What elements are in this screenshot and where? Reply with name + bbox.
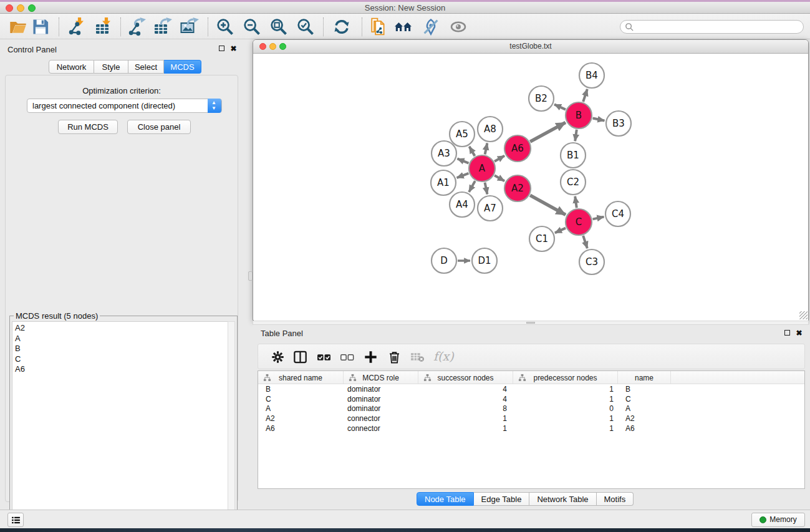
table-cell[interactable]: C [618, 394, 671, 404]
table-row[interactable]: Bdominator41B [258, 384, 804, 394]
graph-node-C3[interactable]: C3 [579, 249, 604, 274]
table-cell[interactable]: A2 [258, 414, 344, 423]
graph-edge-C-C1[interactable] [555, 228, 566, 233]
tab-select[interactable]: Select [128, 60, 164, 74]
graph-edge-A-A2[interactable] [494, 175, 504, 181]
table-rows[interactable]: Bdominator41BCdominator41CAdominator80AA… [258, 384, 804, 433]
run-mcds-button[interactable]: Run MCDS [58, 120, 118, 134]
table-cell[interactable]: B [618, 384, 671, 394]
zoom-fit-icon[interactable] [269, 17, 288, 36]
open-session-icon[interactable] [9, 17, 27, 36]
trash-icon[interactable] [387, 350, 402, 364]
result-list-item[interactable]: A [15, 334, 228, 344]
graph-edge-C-C4[interactable] [593, 217, 604, 220]
graph-edge-B-B3[interactable] [593, 118, 605, 121]
close-panel-icon[interactable]: ✖ [229, 45, 238, 53]
tab-node-table[interactable]: Node Table [417, 492, 474, 506]
result-list-item[interactable]: A2 [15, 323, 228, 334]
graph-edge-C-C3[interactable] [583, 236, 587, 248]
column-header-predecessor-nodes[interactable]: predecessor nodes [513, 371, 618, 384]
import-network-icon[interactable] [67, 17, 85, 36]
table-cell[interactable]: 1 [513, 394, 618, 404]
search-field[interactable] [620, 20, 804, 34]
network-window-titlebar[interactable]: testGlobe.txt [253, 40, 808, 54]
graph-edge-A-A3[interactable] [457, 158, 468, 163]
memory-button[interactable]: Memory [751, 513, 805, 527]
column-header-successor-nodes[interactable]: successor nodes [418, 371, 513, 384]
graph-node-C2[interactable]: C2 [561, 170, 586, 195]
refresh-layout-icon[interactable] [332, 17, 351, 36]
column-header-mcds-role[interactable]: MCDS role [344, 371, 418, 384]
export-network-icon[interactable] [127, 17, 146, 36]
result-scrollbar[interactable] [228, 321, 235, 531]
scrollbar-thumb[interactable] [526, 322, 535, 324]
table-cell[interactable]: 4 [418, 394, 513, 404]
close-panel-button[interactable]: Close panel [127, 120, 191, 134]
graph-node-D[interactable]: D [432, 248, 456, 273]
zoom-in-icon[interactable] [216, 17, 234, 36]
graph-node-C4[interactable]: C4 [605, 201, 630, 226]
tab-network[interactable]: Network [49, 60, 94, 74]
table-cell[interactable]: A6 [618, 423, 671, 433]
task-history-button[interactable] [7, 513, 24, 527]
column-header-shared-name[interactable]: shared name [258, 371, 344, 384]
graph-node-A3[interactable]: A3 [432, 141, 456, 166]
add-row-icon[interactable] [364, 350, 378, 364]
graph-node-B2[interactable]: B2 [529, 86, 554, 111]
columns-icon[interactable] [293, 350, 307, 364]
graph-edge-A-A6[interactable] [494, 156, 504, 162]
table-cell[interactable]: dominator [344, 384, 418, 394]
table-cell[interactable]: 1 [513, 384, 618, 394]
table-cell[interactable]: 1 [418, 414, 513, 423]
table-row[interactable]: Cdominator41C [258, 394, 804, 404]
criterion-dropdown[interactable]: largest connected component (directed) ▲… [27, 99, 222, 113]
table-cell[interactable]: connector [344, 414, 418, 423]
graph-edge-B-B4[interactable] [583, 89, 587, 102]
graph-edge-A2-C[interactable] [530, 195, 566, 215]
table-row[interactable]: A6connector11A6 [258, 423, 804, 433]
save-session-icon[interactable] [31, 17, 50, 36]
graph-edge-A6-B[interactable] [530, 122, 566, 142]
export-image-icon[interactable] [180, 17, 199, 36]
mcds-result-list[interactable]: A2ABCA6 [12, 321, 228, 531]
table-cell[interactable]: C [258, 394, 344, 404]
table-cell[interactable]: 1 [418, 423, 513, 433]
graph-node-A1[interactable]: A1 [431, 170, 456, 195]
result-list-item[interactable]: A6 [15, 364, 228, 375]
export-table-icon[interactable] [153, 17, 172, 36]
float-table-panel-icon[interactable] [783, 329, 791, 337]
table-cell[interactable]: 8 [418, 404, 513, 414]
table-row[interactable]: Adominator80A [258, 404, 804, 414]
graph-edge-A-A1[interactable] [457, 173, 469, 178]
network-graph[interactable]: B4B2BB3A5A8A6B1A3AC2A1A2A4A7C4CC1DD1C3 [254, 54, 808, 321]
graph-edge-B-B1[interactable] [575, 130, 577, 141]
gear-icon[interactable] [271, 350, 285, 364]
zoom-out-icon[interactable] [243, 17, 261, 36]
table-cell[interactable]: 1 [513, 414, 618, 423]
table-cell[interactable]: A [618, 404, 671, 414]
graph-node-A6[interactable]: A6 [504, 135, 531, 162]
graph-node-C[interactable]: C [566, 209, 592, 235]
window-resize-grip[interactable] [799, 311, 808, 319]
node-table[interactable]: shared name MCDS role successor nodes pr… [258, 370, 805, 489]
zoom-selected-icon[interactable] [296, 17, 315, 36]
graph-node-A2[interactable]: A2 [504, 175, 531, 201]
table-cell[interactable]: A6 [258, 423, 344, 433]
table-row[interactable]: A2connector11A2 [258, 414, 804, 423]
graph-edge-A-A8[interactable] [485, 143, 488, 155]
result-list-item[interactable]: C [15, 354, 228, 365]
horizontal-scrollbar[interactable] [253, 321, 809, 325]
tab-edge-table[interactable]: Edge Table [474, 492, 530, 506]
table-cell[interactable]: dominator [344, 394, 418, 404]
graph-node-B1[interactable]: B1 [561, 143, 586, 168]
graph-edge-A-A5[interactable] [470, 147, 475, 156]
float-panel-icon[interactable] [218, 45, 226, 53]
double-house-icon[interactable] [394, 17, 413, 36]
table-cell[interactable]: 0 [513, 404, 618, 414]
graph-node-B3[interactable]: B3 [606, 111, 631, 136]
graph-edge-B-B2[interactable] [554, 104, 566, 109]
tab-style[interactable]: Style [94, 60, 128, 74]
result-list-item[interactable]: B [15, 344, 228, 354]
graph-node-A4[interactable]: A4 [450, 192, 475, 217]
graph-edge-A-A7[interactable] [485, 183, 488, 195]
